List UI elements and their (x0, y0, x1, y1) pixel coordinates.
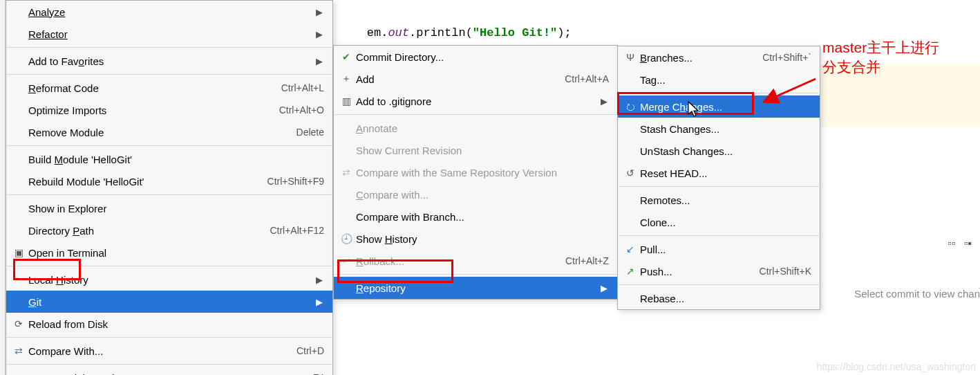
menu-item-commit-directory[interactable]: ✔Commit Directory... (334, 46, 617, 68)
menu-item-optimize-imports[interactable]: Optimize ImportsCtrl+Alt+O (6, 99, 332, 121)
reset-icon: ↺ (623, 166, 637, 180)
menu-item-stash[interactable]: Stash Changes... (618, 118, 820, 140)
menu-item-compare-branch[interactable]: Compare with Branch... (334, 205, 617, 228)
diff-icon: ⇄ (12, 344, 26, 358)
menu-item-remove-module[interactable]: Remove ModuleDelete (6, 121, 332, 143)
menu-item-rebase[interactable]: Rebase... (618, 287, 820, 309)
menu-item-reformat[interactable]: Reformat CodeCtrl+Alt+L (6, 77, 332, 99)
submenu-arrow-icon: ▶ (316, 7, 323, 17)
merge-icon: ⭮ (623, 100, 637, 113)
toolbar-icon[interactable]: ▫▫ (948, 237, 955, 250)
menu-item-git[interactable]: Git▶ (6, 291, 332, 313)
clock-icon: 🕘 (339, 232, 353, 246)
menu-item-directory-path[interactable]: Directory PathCtrl+Alt+F12 (6, 219, 332, 241)
menu-item-compare-same: ⇄Compare with the Same Repository Versio… (334, 161, 617, 183)
menu-item-tag[interactable]: Tag... (618, 68, 820, 91)
menu-item-compare-with: Compare with... (334, 183, 617, 205)
context-menu-git: ✔Commit Directory... ＋AddCtrl+Alt+A ▥Add… (333, 45, 618, 300)
submenu-arrow-icon: ▶ (316, 297, 323, 307)
submenu-arrow-icon: ▶ (316, 56, 323, 66)
menu-item-show-history[interactable]: 🕘Show History (334, 228, 617, 250)
diff-icon: ⇄ (339, 165, 353, 179)
menu-item-annotate: Annotate (334, 117, 617, 139)
terminal-icon: ▣ (12, 246, 26, 259)
plus-icon: ＋ (339, 72, 353, 86)
toolbar-icon[interactable]: ▫▪ (964, 237, 972, 250)
placeholder-text: Select commit to view chan (854, 288, 980, 300)
submenu-arrow-icon: ▶ (316, 29, 323, 39)
menu-item-add[interactable]: ＋AddCtrl+Alt+A (334, 68, 617, 90)
watermark: https://blog.csdn.net/usa_washington (817, 361, 976, 372)
submenu-arrow-icon: ▶ (601, 96, 607, 107)
menu-item-local-history[interactable]: Local History▶ (6, 268, 332, 291)
annotation-text: master主干上进行 分支合并 (822, 38, 939, 77)
refresh-icon: ⟳ (12, 317, 26, 331)
menu-item-branches[interactable]: ΨBranches...Ctrl+Shift+` (618, 46, 820, 68)
submenu-arrow-icon: ▶ (601, 283, 607, 293)
context-menu-main: Analyze▶ Refactor▶ Add to Favorites▶ Ref… (6, 0, 333, 375)
menu-item-current-revision: Show Current Revision (334, 139, 617, 161)
branch-icon: Ψ (623, 51, 637, 64)
menu-item-reload-disk[interactable]: ⟳Reload from Disk (6, 313, 332, 335)
menu-item-push[interactable]: ↗Push...Ctrl+Shift+K (618, 260, 820, 282)
menu-item-module-settings[interactable]: Open Module SettingsF4 (6, 367, 332, 375)
menu-item-rebuild-module[interactable]: Rebuild Module 'HelloGit'Ctrl+Shift+F9 (6, 170, 332, 192)
context-menu-repository: ΨBranches...Ctrl+Shift+` Tag... ⭮Merge C… (617, 46, 820, 310)
menu-item-repository[interactable]: Repository▶ (334, 277, 617, 299)
menu-item-pull[interactable]: ↙Pull... (618, 238, 820, 260)
gutter-strip (0, 0, 6, 375)
submenu-arrow-icon: ▶ (316, 275, 323, 285)
rollback-icon: ↩ (339, 254, 353, 268)
menu-item-show-explorer[interactable]: Show in Explorer (6, 197, 332, 219)
menu-item-refactor[interactable]: Refactor▶ (6, 23, 332, 45)
menu-item-open-terminal[interactable]: ▣Open in Terminal (6, 241, 332, 264)
menu-item-compare-with[interactable]: ⇄Compare With...Ctrl+D (6, 340, 332, 362)
menu-item-remotes[interactable]: Remotes... (618, 189, 820, 211)
gitignore-icon: ▥ (339, 94, 353, 108)
menu-item-rollback: ↩Rollback...Ctrl+Alt+Z (334, 250, 617, 272)
pull-icon: ↙ (623, 242, 637, 256)
menu-item-merge-changes[interactable]: ⭮Merge Changes... (618, 95, 820, 118)
menu-item-reset-head[interactable]: ↺Reset HEAD... (618, 162, 820, 184)
menu-item-gitignore[interactable]: ▥Add to .gitignore▶ (334, 90, 617, 112)
menu-item-favorites[interactable]: Add to Favorites▶ (6, 50, 332, 72)
commit-icon: ✔ (339, 50, 353, 64)
menu-item-analyze[interactable]: Analyze▶ (6, 1, 332, 23)
menu-item-build-module[interactable]: Build Module 'HelloGit' (6, 148, 332, 170)
menu-item-clone[interactable]: Clone... (618, 211, 820, 233)
push-icon: ↗ (623, 264, 637, 278)
menu-item-unstash[interactable]: UnStash Changes... (618, 140, 820, 162)
